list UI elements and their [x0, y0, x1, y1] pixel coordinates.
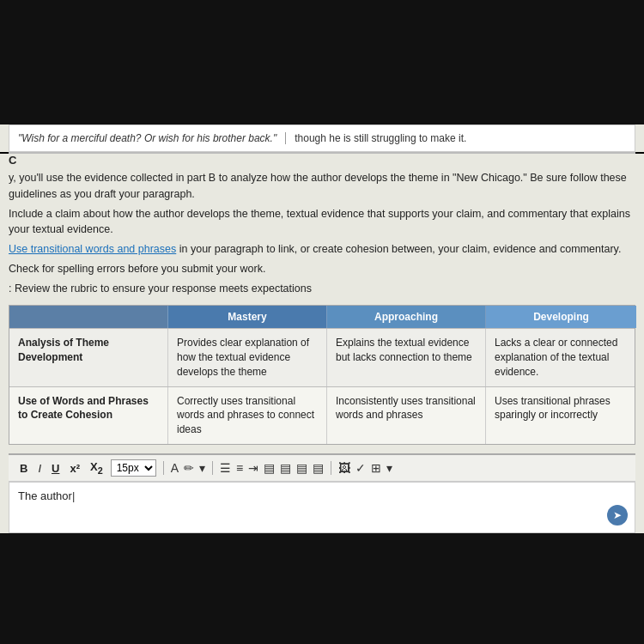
unordered-list-icon[interactable]: ☰ [220, 461, 231, 475]
rubric-row1-label: Analysis of Theme Development [9, 329, 168, 386]
rubric-row-1: Analysis of Theme Development Provides c… [9, 328, 635, 386]
rubric-row1-developing: Lacks a clear or connected explanation o… [486, 329, 636, 386]
subscript-button[interactable]: X2 [88, 459, 106, 477]
editor-toolbar: B I U x² X2 15px 12px 14px 16px 18px 20p… [9, 453, 635, 482]
section-label: C [9, 154, 635, 167]
superscript-button[interactable]: x² [67, 461, 82, 476]
dropdown-arrow-icon[interactable]: ▾ [199, 461, 205, 475]
rubric-col-empty [9, 306, 168, 328]
rubric-row-2: Use of Words and Phrases to Create Cohes… [9, 386, 635, 444]
rubric-row1-approaching: Explains the textual evidence but lacks … [327, 329, 486, 386]
rubric-col-developing: Developing [486, 306, 636, 328]
toolbar-separator-3 [331, 461, 331, 475]
underline-button[interactable]: U [49, 461, 62, 476]
indent-icon[interactable]: ⇥ [248, 461, 258, 475]
align-justify-icon[interactable]: ▤ [313, 461, 324, 475]
instruction-line-2: Include a claim about how the author dev… [9, 206, 635, 239]
send-button[interactable]: ➤ [607, 505, 628, 526]
italic-button[interactable]: I [35, 461, 44, 476]
content-section: C y, you'll use the evidence collected i… [0, 154, 644, 453]
instruction-line-3: Use transitional words and phrases in yo… [9, 241, 635, 258]
bottom-black-bar [0, 533, 644, 644]
transitional-link[interactable]: Use transitional words and phrases [9, 243, 176, 255]
text-editor[interactable]: The author ➤ [9, 482, 635, 533]
toolbar-separator-2 [212, 461, 213, 475]
table-dropdown-icon[interactable]: ▾ [386, 461, 392, 475]
pencil-icon[interactable]: ✏ [184, 461, 194, 475]
image-icon[interactable]: 🖼 [338, 461, 350, 475]
rubric-row2-label: Use of Words and Phrases to Create Cohes… [9, 387, 168, 444]
instruction-line-1: y, you'll use the evidence collected in … [9, 170, 635, 203]
quote-text: "Wish for a merciful death? Or wish for … [18, 132, 286, 144]
top-black-bar [0, 0, 644, 125]
rubric-row1-mastery: Provides clear explanation of how the te… [168, 329, 327, 386]
instruction-line-5: : Review the rubric to ensure your respo… [9, 281, 635, 297]
editor-section: B I U x² X2 15px 12px 14px 16px 18px 20p… [0, 453, 644, 533]
rubric-header-row: Mastery Approaching Developing [9, 306, 635, 328]
rubric-row2-mastery: Correctly uses transitional words and ph… [168, 387, 327, 444]
align-right-icon[interactable]: ▤ [296, 461, 307, 475]
instruction-line-4: Check for spelling errors before you sub… [9, 261, 635, 277]
quote-continuation: though he is still struggling to make it… [295, 132, 466, 144]
checkmark-icon[interactable]: ✓ [355, 461, 366, 475]
cursor [72, 489, 75, 502]
rubric-table: Mastery Approaching Developing Analysis … [9, 305, 635, 445]
rubric-row2-developing: Uses transitional phrases sparingly or i… [486, 387, 636, 444]
bold-button[interactable]: B [17, 461, 30, 476]
editor-content: The author [18, 489, 72, 502]
toolbar-separator-1 [163, 461, 164, 475]
font-size-select[interactable]: 15px 12px 14px 16px 18px 20px [111, 459, 156, 477]
table-icon[interactable]: ⊞ [371, 461, 381, 475]
rubric-row2-approaching: Inconsistently uses transitional words a… [327, 387, 486, 444]
rubric-col-approaching: Approaching [327, 306, 486, 328]
quote-bar: "Wish for a merciful death? Or wish for … [9, 125, 635, 152]
font-color-icon[interactable]: A [171, 461, 179, 475]
rubric-col-mastery: Mastery [168, 306, 327, 328]
align-left-icon[interactable]: ▤ [264, 461, 275, 475]
align-center-icon[interactable]: ▤ [280, 461, 291, 475]
ordered-list-icon[interactable]: ≡ [236, 461, 243, 475]
